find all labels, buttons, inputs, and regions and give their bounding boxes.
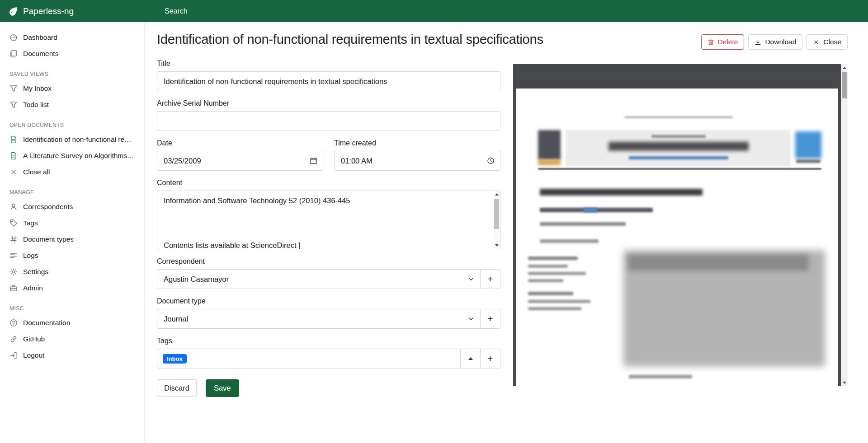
pdf-blur-block bbox=[651, 135, 706, 138]
pdf-blur-block bbox=[528, 272, 586, 275]
sidebar-item-todo-list[interactable]: Todo list bbox=[0, 97, 144, 113]
add-tag-button[interactable]: + bbox=[480, 349, 500, 368]
tag-badge-inbox[interactable]: Inbox bbox=[163, 354, 187, 364]
tag-icon bbox=[9, 219, 18, 227]
pdf-blur-block bbox=[584, 208, 597, 212]
scroll-up-icon[interactable] bbox=[841, 64, 848, 71]
pdf-blur-block bbox=[528, 292, 573, 295]
content-textarea[interactable]: Information and Software Technology 52 (… bbox=[157, 191, 500, 249]
pdf-page bbox=[516, 89, 838, 386]
document-edit-form: Title Archive Serial Number Date bbox=[157, 60, 500, 397]
hash-icon bbox=[9, 235, 18, 243]
sidebar-item-github[interactable]: GitHub bbox=[0, 331, 144, 347]
pdf-blur-block bbox=[628, 255, 809, 271]
content-scrollbar[interactable] bbox=[493, 191, 500, 249]
pdf-journal-title-blur bbox=[609, 142, 749, 151]
pdf-blur-block bbox=[538, 130, 561, 160]
sidebar-item-logs[interactable]: Logs bbox=[0, 247, 144, 264]
pdf-blur-block bbox=[528, 256, 578, 260]
sidebar-item-settings[interactable]: Settings bbox=[0, 264, 144, 280]
date-group: Date bbox=[157, 139, 323, 171]
correspondent-group: Correspondent Agustin Casamayor + bbox=[157, 257, 500, 289]
sidebar-item-label: Correspondents bbox=[23, 203, 73, 211]
list-lines-icon bbox=[9, 252, 18, 260]
discard-button[interactable]: Discard bbox=[157, 379, 197, 397]
caret-up-icon bbox=[468, 357, 473, 360]
sidebar-item-label: Documents bbox=[23, 50, 58, 58]
asn-group: Archive Serial Number bbox=[157, 99, 500, 131]
link-icon bbox=[9, 335, 18, 343]
content-scrollbar-thumb[interactable] bbox=[494, 199, 499, 229]
tags-input[interactable]: Inbox bbox=[157, 349, 461, 368]
sidebar-item-documentation[interactable]: Documentation bbox=[0, 315, 144, 331]
close-button[interactable]: Close bbox=[807, 34, 848, 50]
sidebar-item-label: Document types bbox=[23, 235, 74, 243]
sidebar-item-label: My Inbox bbox=[23, 84, 52, 93]
download-button[interactable]: Download bbox=[748, 34, 802, 50]
pdf-blur-block bbox=[528, 279, 563, 282]
sidebar-item-label: Logout bbox=[23, 351, 44, 359]
preview-scrollbar-thumb[interactable] bbox=[842, 72, 847, 98]
sidebar-open-document-1[interactable]: Identification of non-functional require… bbox=[0, 131, 144, 148]
brand[interactable]: Paperless-ng bbox=[0, 0, 145, 22]
gear-icon bbox=[9, 268, 18, 276]
funnel-icon bbox=[9, 101, 18, 109]
scroll-down-icon[interactable] bbox=[841, 379, 848, 386]
document-preview[interactable] bbox=[513, 64, 848, 386]
top-navbar: Paperless-ng bbox=[0, 0, 868, 22]
brand-name: Paperless-ng bbox=[23, 6, 74, 16]
tags-dropdown-button[interactable] bbox=[460, 349, 481, 368]
title-input[interactable] bbox=[157, 71, 500, 91]
save-button[interactable]: Save bbox=[206, 379, 239, 397]
correspondent-select[interactable]: Agustin Casamayor bbox=[157, 269, 481, 289]
pdf-blur-block bbox=[538, 160, 561, 165]
sidebar-item-close-all[interactable]: Close all bbox=[0, 164, 144, 180]
document-type-select[interactable]: Journal bbox=[157, 309, 481, 329]
content-label: Content bbox=[157, 179, 500, 187]
preview-scrollbar[interactable] bbox=[841, 64, 848, 386]
sidebar-item-tags[interactable]: Tags bbox=[0, 215, 144, 231]
add-correspondent-button[interactable]: + bbox=[480, 269, 500, 289]
pdf-paper-title-blur bbox=[540, 189, 703, 196]
sidebar-item-my-inbox[interactable]: My Inbox bbox=[0, 80, 144, 97]
add-document-type-button[interactable]: + bbox=[480, 309, 500, 329]
title-label: Title bbox=[157, 60, 500, 68]
content-group: Content Information and Software Technol… bbox=[157, 179, 500, 249]
asn-input[interactable] bbox=[157, 111, 500, 131]
sidebar-item-dashboard[interactable]: Dashboard bbox=[0, 29, 144, 46]
delete-button[interactable]: Delete bbox=[701, 34, 745, 50]
chevron-down-icon bbox=[467, 315, 475, 322]
delete-button-label: Delete bbox=[718, 37, 738, 47]
close-button-label: Close bbox=[823, 37, 841, 47]
logout-icon bbox=[9, 351, 18, 359]
sidebar-open-document-2[interactable]: A Literature Survey on Algorithms for Mu… bbox=[0, 148, 144, 164]
pdf-blur-block bbox=[540, 222, 626, 226]
sidebar-item-documents[interactable]: Documents bbox=[0, 46, 144, 62]
sidebar-item-admin[interactable]: Admin bbox=[0, 280, 144, 296]
title-group: Title bbox=[157, 60, 500, 91]
sidebar-item-logout[interactable]: Logout bbox=[0, 347, 144, 364]
sidebar-item-correspondents[interactable]: Correspondents bbox=[0, 199, 144, 215]
time-input[interactable] bbox=[334, 151, 500, 171]
pdf-publisher-logo-blur bbox=[795, 131, 821, 159]
search-input[interactable] bbox=[145, 7, 868, 15]
sidebar-item-label: Close all bbox=[23, 168, 50, 176]
section-saved-views: SAVED VIEWS bbox=[0, 62, 144, 80]
sidebar-item-label: Tags bbox=[23, 219, 38, 227]
scroll-down-icon[interactable] bbox=[493, 242, 500, 249]
sidebar-item-label: Documentation bbox=[23, 319, 70, 327]
sidebar-item-label: Admin bbox=[23, 284, 43, 292]
page-title: Identification of non-functional require… bbox=[157, 31, 543, 47]
correspondent-value: Agustin Casamayor bbox=[164, 275, 229, 284]
section-manage: MANAGE bbox=[0, 180, 144, 199]
download-icon bbox=[755, 39, 761, 46]
sidebar-item-document-types[interactable]: Document types bbox=[0, 231, 144, 247]
tags-label: Tags bbox=[157, 337, 500, 345]
pdf-blur-block bbox=[629, 156, 728, 159]
pdf-blur-block bbox=[796, 159, 821, 163]
date-input[interactable] bbox=[157, 151, 323, 171]
close-icon bbox=[813, 39, 820, 46]
dashboard-icon bbox=[9, 33, 18, 42]
toolbox-icon bbox=[9, 284, 18, 292]
scroll-up-icon[interactable] bbox=[493, 191, 500, 198]
